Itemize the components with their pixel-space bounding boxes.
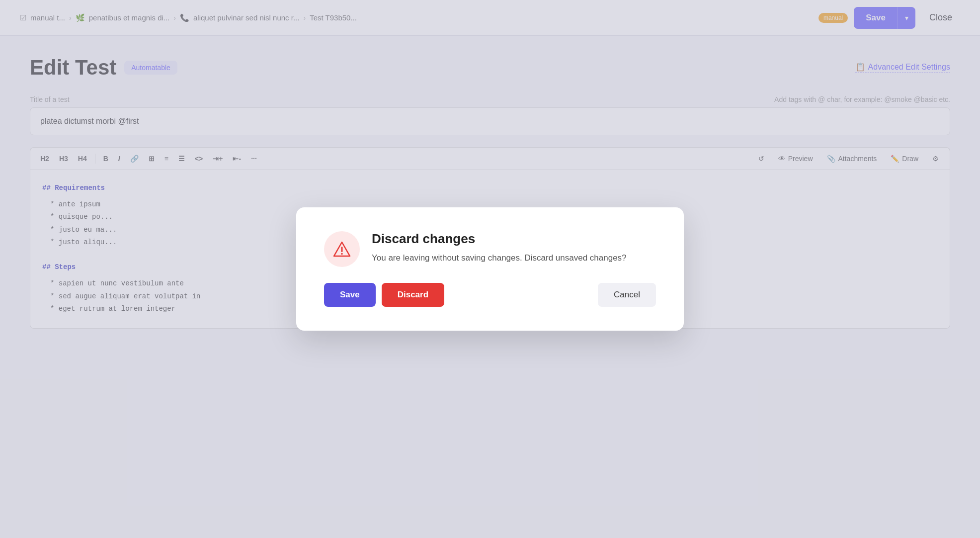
modal-title-block: Discard changes You are leaving without …: [372, 231, 627, 265]
warning-triangle-icon: [333, 241, 351, 257]
warning-icon-circle: [324, 231, 360, 267]
modal-overlay: Discard changes You are leaving without …: [0, 0, 980, 538]
modal-title: Discard changes: [372, 231, 627, 247]
discard-changes-modal: Discard changes You are leaving without …: [296, 207, 684, 331]
modal-header: Discard changes You are leaving without …: [324, 231, 656, 267]
svg-point-1: [341, 253, 343, 255]
modal-description: You are leaving without saving changes. …: [372, 252, 627, 265]
modal-cancel-button[interactable]: Cancel: [598, 283, 656, 307]
modal-save-button[interactable]: Save: [324, 283, 376, 307]
modal-discard-button[interactable]: Discard: [382, 283, 444, 307]
modal-actions: Save Discard Cancel: [324, 283, 656, 307]
svg-rect-0: [341, 247, 343, 252]
